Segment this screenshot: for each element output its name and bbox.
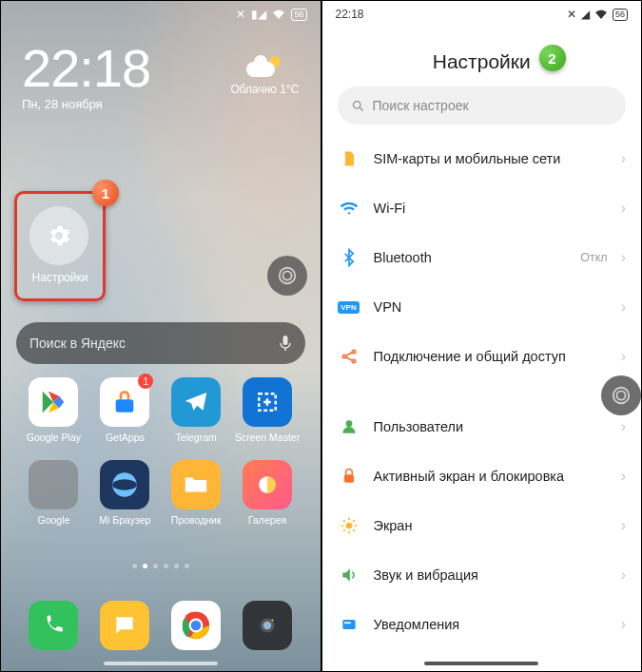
- status-bar: ✕ ▮◢ 56: [1, 1, 321, 28]
- app-google-play[interactable]: Google Play: [18, 377, 89, 443]
- dock-chrome[interactable]: [161, 601, 232, 650]
- app-telegram[interactable]: Telegram: [161, 377, 232, 443]
- page-title: Настройки: [322, 28, 642, 86]
- home-indicator[interactable]: [424, 662, 538, 665]
- settings-search[interactable]: Поиск настроек: [338, 86, 627, 125]
- play-store-icon: [29, 377, 78, 427]
- app-label: Проводник: [171, 514, 222, 526]
- settings-app-icon[interactable]: [29, 206, 88, 265]
- sim-icon: [338, 147, 360, 170]
- gallery-icon: [243, 460, 292, 509]
- svg-point-22: [345, 523, 352, 529]
- status-time: 22:18: [336, 8, 364, 21]
- row-label: Wi-Fi: [374, 200, 594, 217]
- svg-rect-24: [344, 623, 351, 624]
- row-vpn[interactable]: VPN VPN ›: [322, 282, 642, 332]
- row-label: SIM-карты и мобильные сети: [374, 150, 608, 167]
- app-gallery[interactable]: Галерея: [232, 460, 303, 526]
- svg-rect-23: [342, 620, 355, 629]
- chevron-right-icon: ›: [621, 468, 626, 485]
- settings-app-label: Настройки: [14, 271, 106, 284]
- svg-point-25: [616, 391, 625, 399]
- dock-phone[interactable]: [18, 601, 89, 650]
- notification-badge: 1: [138, 374, 153, 389]
- home-indicator[interactable]: [104, 662, 218, 665]
- svg-point-16: [353, 101, 360, 108]
- row-label: Уведомления: [374, 616, 608, 633]
- svg-point-1: [279, 268, 295, 284]
- row-status: Откл: [580, 251, 607, 264]
- svg-point-6: [113, 479, 138, 490]
- wifi-icon: [272, 10, 285, 20]
- getapps-icon: 1: [100, 377, 149, 427]
- weather-widget[interactable]: Облачно 1°C: [230, 54, 299, 96]
- chevron-right-icon: ›: [621, 298, 626, 316]
- chevron-right-icon: ›: [621, 616, 626, 633]
- home-screen: ✕ ▮◢ 56 22:18 Пн, 28 ноября Облачно 1°C …: [1, 1, 321, 671]
- row-users[interactable]: Пользователи ›: [322, 402, 642, 451]
- dock-messages[interactable]: [89, 601, 161, 650]
- screen-master-icon: [243, 377, 292, 427]
- settings-screen: 22:18 ✕ ◢ 56 Настройки 2 Поиск настроек …: [321, 1, 642, 671]
- files-icon: [171, 460, 221, 509]
- app-files[interactable]: Проводник: [161, 460, 232, 526]
- row-display[interactable]: Экран ›: [322, 501, 642, 550]
- sound-icon: [338, 564, 360, 586]
- row-label: Активный экран и блокировка: [374, 468, 608, 485]
- mic-icon[interactable]: [279, 335, 292, 352]
- app-getapps[interactable]: 1 GetApps: [89, 377, 161, 443]
- svg-point-0: [282, 271, 291, 279]
- chevron-right-icon: ›: [621, 517, 626, 534]
- page-indicator: [1, 564, 321, 568]
- battery-icon: 56: [613, 9, 628, 21]
- telegram-icon: [171, 377, 221, 427]
- camera-icon: [243, 601, 292, 650]
- app-label: Галерея: [248, 514, 286, 526]
- svg-point-17: [342, 355, 345, 357]
- screenshot-button[interactable]: [267, 256, 307, 296]
- yandex-search-bar[interactable]: Поиск в Яндекс: [16, 322, 305, 364]
- search-placeholder: Поиск в Яндекс: [29, 336, 126, 351]
- app-label: Google Play: [27, 432, 81, 443]
- chevron-right-icon: ›: [621, 249, 626, 266]
- app-label: Screen Master: [235, 432, 300, 443]
- row-label: Экран: [374, 517, 608, 534]
- screenshot-button[interactable]: [601, 375, 641, 415]
- app-screen-master[interactable]: Screen Master: [232, 377, 303, 443]
- row-sound[interactable]: Звук и вибрация ›: [322, 550, 642, 600]
- status-bar: 22:18 ✕ ◢ 56: [322, 1, 642, 28]
- row-sim[interactable]: SIM-карты и мобильные сети ›: [322, 134, 642, 183]
- svg-point-26: [613, 388, 630, 404]
- signal-icon: ◢: [581, 8, 590, 21]
- notifications-icon: [338, 613, 360, 636]
- row-bluetooth[interactable]: Bluetooth Откл ›: [322, 233, 642, 282]
- signal-icon: ▮◢: [251, 8, 266, 21]
- app-mi-browser[interactable]: Mi Браузер: [89, 460, 161, 526]
- row-wifi[interactable]: Wi-Fi ›: [322, 183, 642, 233]
- dock-camera[interactable]: [232, 601, 303, 650]
- svg-rect-3: [116, 399, 134, 412]
- weather-temp: 1°C: [280, 83, 299, 96]
- wifi-icon: [594, 10, 608, 20]
- app-label: GetApps: [106, 432, 145, 443]
- svg-point-14: [263, 622, 272, 630]
- battery-icon: 56: [291, 9, 306, 21]
- folder-icon: [29, 460, 78, 509]
- row-label: Подключение и общий доступ: [374, 348, 608, 365]
- row-notifications[interactable]: Уведомления ›: [322, 600, 642, 649]
- lock-icon: [338, 465, 360, 488]
- app-folder-google[interactable]: Google: [18, 460, 89, 526]
- svg-point-15: [271, 620, 273, 622]
- chrome-icon: [171, 601, 221, 650]
- chevron-right-icon: ›: [621, 200, 626, 217]
- dock: [1, 601, 321, 650]
- svg-point-12: [190, 620, 203, 632]
- svg-point-19: [352, 359, 355, 362]
- row-lock-screen[interactable]: Активный экран и блокировка ›: [322, 451, 642, 501]
- chevron-right-icon: ›: [621, 566, 626, 584]
- share-icon: [338, 345, 360, 368]
- search-icon: [351, 99, 365, 113]
- row-label: VPN: [374, 298, 608, 316]
- brightness-icon: [338, 514, 360, 537]
- row-connection-sharing[interactable]: Подключение и общий доступ ›: [322, 332, 642, 381]
